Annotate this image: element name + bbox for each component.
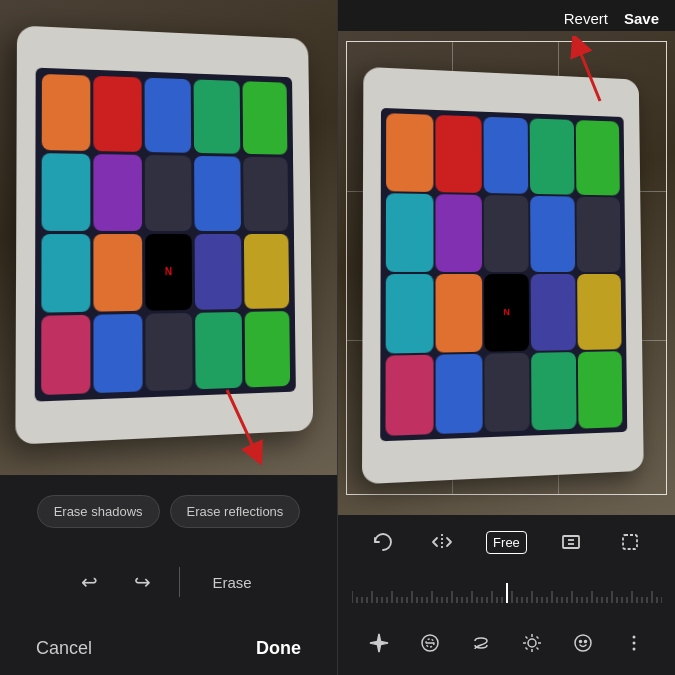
app-icon-photos [244, 234, 290, 309]
right-bottom-controls: Free /* ticks drawn below */ [338, 515, 675, 675]
bottom-icons-row [338, 624, 675, 671]
svg-rect-8 [623, 535, 637, 549]
save-button[interactable]: Save [624, 10, 659, 27]
tablet-screen-left: N [35, 67, 296, 401]
aspect-ratio-button[interactable] [556, 527, 586, 557]
tablet-screen-right: N [380, 108, 627, 441]
app-icon-contacts [243, 157, 289, 231]
app-icon-weather [41, 153, 90, 231]
app-icon-netflix: N [145, 234, 192, 310]
r-app-icon-10 [577, 197, 621, 272]
svg-point-89 [632, 642, 635, 645]
tablet-device-right: N [362, 67, 644, 484]
r-app-icon-6 [386, 193, 433, 272]
done-button[interactable]: Done [256, 638, 301, 659]
svg-line-81 [525, 637, 527, 639]
r-app-icon-20 [578, 351, 623, 428]
app-icon-broadcast [145, 155, 192, 231]
flip-button[interactable] [427, 527, 457, 557]
r-app-icon-13: N [484, 274, 530, 352]
left-bottom-controls: Erase shadows Erase reflections ↩ ↪ Eras… [0, 475, 337, 675]
erase-options-row: Erase shadows Erase reflections [16, 487, 321, 536]
svg-point-87 [584, 641, 586, 643]
app-icon-maps [244, 311, 290, 387]
app-icon-assistant [94, 154, 142, 231]
r-app-icon-9 [531, 196, 576, 272]
right-top-bar: Revert Save [338, 0, 675, 31]
erase-button[interactable]: Erase [200, 570, 263, 595]
brightness-button[interactable] [517, 628, 547, 663]
tablet-device-left: N [15, 25, 313, 444]
app-icon-play [94, 314, 143, 393]
undo-button[interactable]: ↩ [73, 566, 106, 598]
redo-button[interactable]: ↪ [126, 566, 159, 598]
r-app-icon-19 [532, 352, 577, 430]
app-icon-games [42, 73, 91, 151]
svg-point-86 [579, 641, 581, 643]
free-crop-button[interactable]: Free [486, 531, 527, 554]
r-app-icon-7 [435, 194, 481, 272]
svg-line-83 [536, 637, 538, 639]
right-photo-area: N [338, 31, 675, 515]
undo-redo-row: ↩ ↪ Erase [16, 560, 321, 604]
object-remove-button[interactable] [415, 628, 445, 663]
svg-line-84 [525, 648, 527, 650]
r-app-icon-5 [576, 120, 620, 195]
svg-point-76 [528, 639, 536, 647]
r-app-icon-3 [483, 117, 528, 194]
more-options-button[interactable] [619, 628, 649, 663]
r-app-icon-2 [435, 115, 481, 193]
r-app-icon-16 [385, 354, 433, 435]
app-icon-calendar [194, 156, 240, 231]
r-app-icon-12 [435, 274, 482, 352]
app-icon-spotify [242, 81, 287, 155]
svg-point-85 [575, 635, 591, 651]
app-icon-settings [195, 312, 242, 389]
selection-button[interactable] [615, 527, 645, 557]
r-app-icon-8 [483, 195, 529, 272]
r-app-icon-14 [531, 274, 576, 351]
smile-button[interactable] [568, 628, 598, 663]
r-app-icon-11 [386, 274, 434, 353]
right-panel: Revert Save [337, 0, 675, 675]
divider [179, 567, 180, 597]
app-icon-search2 [145, 313, 193, 391]
cancel-button[interactable]: Cancel [36, 638, 92, 659]
erase-shadows-button[interactable]: Erase shadows [37, 495, 160, 528]
left-panel: N Erase shadows Erase reflections ↩ ↪ Er… [0, 0, 337, 675]
app-icon-duo [41, 234, 91, 312]
app-icon-youtube [94, 75, 142, 152]
revert-button[interactable]: Revert [564, 10, 608, 27]
svg-line-82 [536, 648, 538, 650]
left-action-row: Cancel Done [16, 628, 321, 675]
r-app-icon-4 [530, 119, 575, 195]
svg-point-88 [632, 636, 635, 639]
ruler-row: /* ticks drawn below */ [338, 583, 675, 603]
r-app-icon-15 [577, 274, 621, 350]
erase-reflections-button[interactable]: Erase reflections [170, 495, 301, 528]
app-icon-games2 [94, 234, 142, 311]
crop-tools-row: Free [338, 523, 675, 561]
app-icon-sling [194, 79, 240, 154]
r-app-icon-1 [386, 114, 433, 193]
svg-point-90 [632, 648, 635, 651]
svg-rect-5 [563, 536, 579, 548]
r-app-icon-17 [435, 354, 482, 434]
left-photo-area: N [0, 0, 337, 475]
app-icon-reminders [41, 315, 91, 395]
app-icon-sport [195, 234, 242, 310]
r-app-icon-18 [484, 353, 530, 432]
app-icon-search [144, 77, 191, 153]
sparkle-button[interactable] [364, 628, 394, 663]
rotate-button[interactable] [368, 527, 398, 557]
loop-button[interactable] [466, 628, 496, 663]
